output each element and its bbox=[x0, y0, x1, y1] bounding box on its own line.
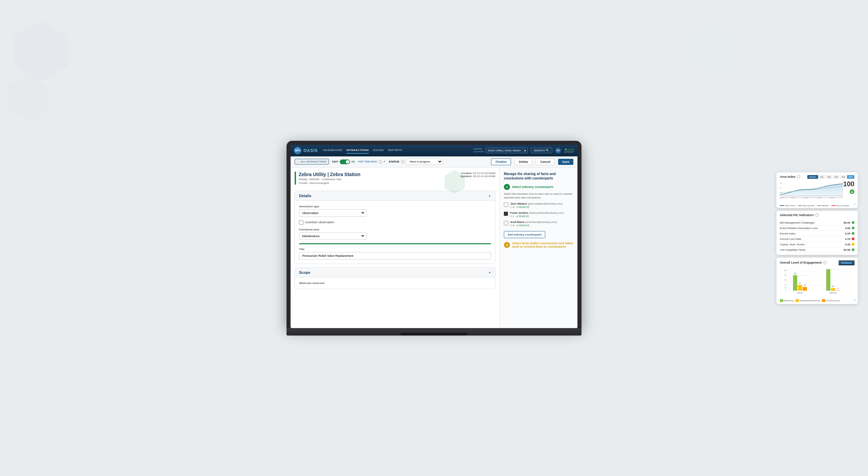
user-avatar: ZK bbox=[555, 148, 561, 154]
pic-info-icon: i bbox=[815, 213, 818, 217]
engagement-title: Overall Level of Engagement bbox=[780, 261, 822, 264]
svg-rect-29 bbox=[803, 287, 807, 291]
external-link-icon[interactable]: ↗ bbox=[383, 160, 386, 163]
tab-pic[interactable]: PIC bbox=[847, 175, 854, 179]
nav-issues[interactable]: ISSUES bbox=[373, 147, 384, 154]
delete-button[interactable]: Delete bbox=[514, 158, 532, 165]
legend-best-quartile: Best Quartile bbox=[798, 205, 814, 207]
logout-button[interactable]: LOGOUT bbox=[564, 151, 574, 153]
chart-legend: Index Value Best Quartile Median Worst Q… bbox=[776, 203, 858, 208]
area-index-external-link-icon[interactable]: ↗ bbox=[853, 203, 856, 206]
counterpart-actions-andi: ☐ 5 ⊖ REMOVE bbox=[510, 224, 557, 227]
tab-u2[interactable]: U2 bbox=[826, 175, 832, 179]
details-section: Details ▲ Interaction type Observation bbox=[295, 191, 495, 264]
scope-chevron-icon: ▲ bbox=[488, 271, 491, 274]
title-label: Title bbox=[299, 248, 491, 251]
scope-title: Scope bbox=[299, 270, 310, 274]
remove-frank-button[interactable]: ⊖ REMOVE bbox=[516, 215, 529, 218]
pic-indicators-header: Selected PIC Indicators i bbox=[776, 211, 858, 218]
engagement-external-link-icon[interactable]: ↗ bbox=[853, 299, 856, 302]
step-2-item: 2 Select facts and/or conclusions and ei… bbox=[504, 242, 573, 248]
status-dot-green bbox=[852, 232, 854, 235]
status-section: STATUS i Work in progress bbox=[389, 158, 443, 165]
tab-u3[interactable]: U3 bbox=[833, 175, 839, 179]
doc-creator: Creator: Zara Kensington bbox=[299, 182, 360, 185]
counterpart-item: Andi Black (andi.black@industry.com) ☐ 5… bbox=[504, 221, 573, 227]
counterpart-actions-frank: ☐ 1 ⊖ REMOVE bbox=[510, 215, 564, 218]
counterpart-filled-frank bbox=[504, 212, 508, 216]
area-index-title: Area Index bbox=[780, 175, 795, 178]
svg-text:65: 65 bbox=[794, 272, 796, 274]
area-index-card: Area Index i Station U1 U2 U3 U4 PIC bbox=[776, 172, 858, 208]
save-button[interactable]: Save bbox=[558, 159, 573, 165]
counterpart-checkbox-andi[interactable] bbox=[504, 221, 508, 225]
functional-area-label: Functional area bbox=[299, 228, 491, 231]
legend-worst-quartile: Worst Quartile bbox=[831, 205, 849, 207]
step-1-header: 1 Select industry counterparts bbox=[504, 184, 573, 190]
svg-rect-35 bbox=[836, 290, 840, 290]
svg-rect-33 bbox=[831, 288, 835, 290]
details-title: Details bbox=[299, 194, 311, 198]
legend-median: Median bbox=[817, 205, 829, 207]
svg-text:09-21: 09-21 bbox=[830, 197, 834, 198]
status-dropdown[interactable]: Work in progress bbox=[406, 158, 443, 165]
counterpart-item: Frank Jenkins (frank.jenkins@industry.co… bbox=[504, 211, 573, 218]
title-input[interactable] bbox=[299, 252, 491, 260]
decorative-hex bbox=[441, 168, 468, 195]
finalize-button[interactable]: Finalize bbox=[491, 158, 511, 165]
workbook-button[interactable]: Workbook bbox=[839, 260, 854, 265]
scope-section-header[interactable]: Scope ▲ bbox=[295, 268, 495, 278]
svg-text:2030 Goal: 2030 Goal bbox=[830, 292, 836, 293]
nav-reports[interactable]: REPORTS bbox=[388, 147, 402, 154]
interaction-type-select[interactable]: Observation bbox=[299, 209, 367, 217]
engagement-header: Overall Level of Engagement i Workbook bbox=[776, 258, 858, 267]
tab-station[interactable]: Station bbox=[807, 175, 818, 179]
svg-text:03-22: 03-22 bbox=[791, 197, 795, 198]
counterpart-email-jane: (jane.wallace@industry.com) bbox=[528, 202, 563, 205]
logo-area: INPO OASIS bbox=[294, 147, 318, 154]
svg-text:60: 60 bbox=[785, 279, 786, 281]
interaction-type-group: Interaction type Observation bbox=[299, 205, 491, 217]
sharing-panel: Manage the sharing of facts and conclusi… bbox=[499, 168, 577, 328]
viewing-location-label: LOCATION: bbox=[473, 151, 484, 153]
area-index-value: 100 bbox=[843, 180, 854, 188]
content-area: Zebra Utility | Zebra Station Activity: … bbox=[291, 168, 577, 328]
status-dot-yellow bbox=[852, 243, 854, 246]
pic-row: Unit Capability Factor 92.56 bbox=[780, 247, 854, 253]
laptop-base bbox=[287, 328, 581, 336]
unwritten-checkbox[interactable] bbox=[299, 220, 303, 225]
green-divider bbox=[299, 243, 491, 244]
add-counterparts-button[interactable]: Add industry counterparts bbox=[504, 231, 545, 238]
svg-text:80: 80 bbox=[785, 274, 786, 276]
viewing-label: VIEWING bbox=[473, 148, 484, 150]
pic-row: Forced Loss Rate 2.78 bbox=[780, 236, 854, 242]
pic-indicators-title: Selected PIC Indicators bbox=[780, 213, 814, 217]
remove-andi-button[interactable]: ⊖ REMOVE bbox=[516, 224, 529, 227]
functional-area-select[interactable]: Maintenance bbox=[299, 232, 367, 240]
toolbar: ← ALL INTERACTIONS EDIT ON PDF PREVIEW i… bbox=[291, 156, 577, 168]
tab-u4[interactable]: U4 bbox=[840, 175, 846, 179]
svg-rect-25 bbox=[793, 275, 797, 290]
engagement-card: Overall Level of Engagement i Workbook 1… bbox=[776, 258, 858, 304]
dropdown-chevron-icon: ▼ bbox=[524, 149, 526, 152]
nav-interactions[interactable]: INTERACTIONS bbox=[347, 147, 369, 154]
pic-indicators-list: MA Management Challenges 80.00 Event Rel… bbox=[776, 218, 858, 255]
search-button[interactable]: SEARCH 🔍 bbox=[531, 148, 552, 153]
nav-right: VIEWING LOCATION: Zebra Utility | Zebra … bbox=[473, 148, 574, 154]
svg-text:0: 0 bbox=[785, 289, 786, 291]
remove-jane-button[interactable]: ⊖ REMOVE bbox=[516, 206, 529, 209]
svg-text:20: 20 bbox=[780, 192, 782, 193]
step-1-label: Select industry counterparts bbox=[512, 185, 553, 189]
counterpart-actions-jane: ☐ 3 ⊖ REMOVE bbox=[510, 206, 563, 209]
back-button[interactable]: ← ALL INTERACTIONS bbox=[295, 159, 329, 165]
svg-text:2023 Q1: 2023 Q1 bbox=[797, 292, 803, 293]
cancel-button[interactable]: Cancel bbox=[536, 158, 555, 165]
online-status: Online bbox=[565, 148, 574, 151]
edit-toggle-switch[interactable] bbox=[340, 159, 350, 164]
tab-u1[interactable]: U1 bbox=[819, 175, 825, 179]
counterpart-checkbox-jane[interactable] bbox=[504, 203, 508, 207]
nav-dashboard[interactable]: DASHBOARD bbox=[323, 147, 342, 154]
svg-text:90: 90 bbox=[827, 268, 829, 268]
area-index-tabs: Station U1 U2 U3 U4 PIC bbox=[807, 175, 854, 179]
location-dropdown[interactable]: Zebra Utility | Zebra Station ▼ bbox=[486, 148, 528, 153]
